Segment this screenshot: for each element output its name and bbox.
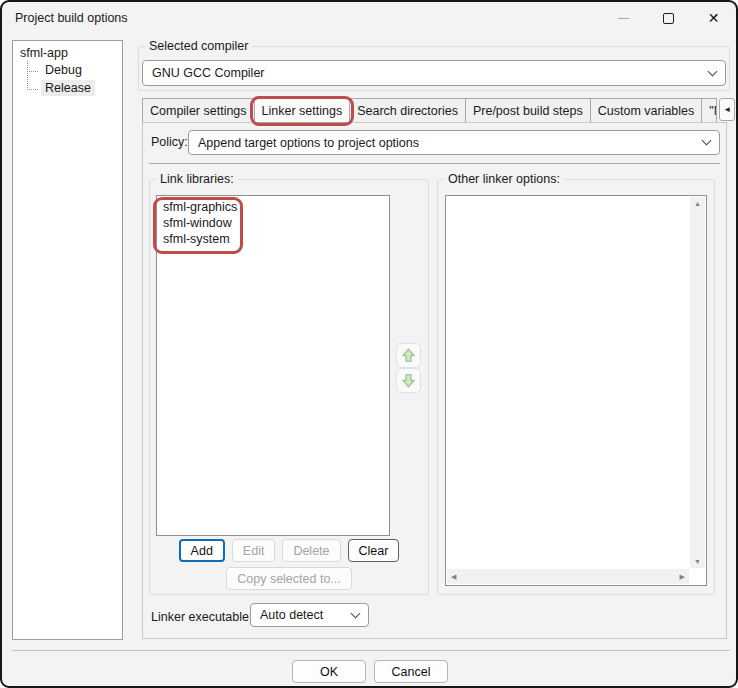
linker-executable-value: Auto detect xyxy=(260,608,352,622)
clear-button[interactable]: Clear xyxy=(348,539,400,562)
scroll-left-icon[interactable]: ◀ xyxy=(451,573,456,580)
tab-make-commands[interactable]: "Make" xyxy=(701,98,717,123)
tree-item-release[interactable]: Release xyxy=(41,80,95,96)
tab-label: Linker settings xyxy=(262,104,343,118)
tree-connector-release xyxy=(27,89,38,90)
move-down-button[interactable] xyxy=(396,368,421,393)
titlebar: Project build options ✕ xyxy=(2,2,736,34)
footer-separator xyxy=(12,650,730,651)
chevron-down-icon xyxy=(702,136,712,146)
compiler-value: GNU GCC Compiler xyxy=(152,66,709,80)
chevron-down-icon xyxy=(351,608,361,618)
window-title: Project build options xyxy=(15,11,128,25)
scroll-up-icon[interactable]: ▲ xyxy=(694,200,701,207)
linker-executable-label: Linker executable: xyxy=(151,610,252,624)
tab-custom-variables[interactable]: Custom variables xyxy=(590,98,703,123)
tab-linker-settings[interactable]: Linker settings xyxy=(254,98,351,123)
cancel-button[interactable]: Cancel xyxy=(374,660,448,683)
tab-label: Search directories xyxy=(357,104,458,118)
tab-scroll-left-button[interactable]: ◄ xyxy=(719,98,735,121)
close-icon: ✕ xyxy=(708,11,720,25)
close-button[interactable]: ✕ xyxy=(691,2,736,34)
copy-row: Copy selected to... xyxy=(150,567,428,590)
tree-connector-line xyxy=(27,61,28,90)
listbox-button-row: Add Edit Delete Clear xyxy=(150,539,428,562)
maximize-icon xyxy=(663,13,674,24)
policy-separator xyxy=(149,163,720,164)
vertical-scrollbar[interactable]: ▲ ▼ xyxy=(690,197,705,568)
project-build-options-dialog: Project build options ✕ sfml-app Debug R… xyxy=(0,0,738,688)
list-item[interactable]: sfml-window xyxy=(163,215,383,231)
move-up-icon xyxy=(400,347,417,364)
other-linker-options-label: Other linker options: xyxy=(444,172,564,186)
policy-combobox[interactable]: Append target options to project options xyxy=(188,130,720,155)
tree-item-debug[interactable]: Debug xyxy=(41,62,86,78)
ok-button[interactable]: OK xyxy=(292,660,366,683)
tree-item-project[interactable]: sfml-app xyxy=(20,46,68,60)
policy-label: Policy: xyxy=(151,135,188,149)
minimize-icon xyxy=(618,18,629,19)
scroll-right-icon[interactable]: ▶ xyxy=(680,573,685,580)
policy-value: Append target options to project options xyxy=(198,136,703,150)
chevron-down-icon xyxy=(708,66,718,76)
list-item[interactable]: sfml-graphics xyxy=(163,199,383,215)
delete-button[interactable]: Delete xyxy=(282,539,340,562)
other-linker-options-group: Other linker options: ▲ ▼ ◀ ▶ xyxy=(437,179,715,595)
add-button[interactable]: Add xyxy=(179,539,225,562)
list-item[interactable]: sfml-system xyxy=(163,231,383,247)
tree-connector-debug xyxy=(27,71,38,72)
link-libraries-listbox[interactable]: sfml-graphics sfml-window sfml-system xyxy=(156,195,390,536)
window-controls: ✕ xyxy=(601,2,736,34)
linker-settings-panel: Policy: Append target options to project… xyxy=(142,122,727,639)
build-target-tree[interactable]: sfml-app Debug Release xyxy=(12,40,123,640)
tab-strip: Compiler settings Linker settings Search… xyxy=(142,98,730,123)
selected-compiler-group: Selected compiler GNU GCC Compiler xyxy=(138,46,730,91)
linker-executable-combobox[interactable]: Auto detect xyxy=(250,603,369,627)
move-down-icon xyxy=(400,372,417,389)
minimize-button[interactable] xyxy=(601,2,646,34)
tab-pre-post-build-steps[interactable]: Pre/post build steps xyxy=(465,98,591,123)
tab-label: Compiler settings xyxy=(150,104,247,118)
tab-label: "Make" xyxy=(709,104,717,118)
other-linker-options-textarea[interactable]: ▲ ▼ ◀ ▶ xyxy=(445,195,707,586)
horizontal-scrollbar[interactable]: ◀ ▶ xyxy=(447,569,689,584)
scroll-down-icon[interactable]: ▼ xyxy=(694,558,701,565)
maximize-button[interactable] xyxy=(646,2,691,34)
tab-label: Pre/post build steps xyxy=(473,104,583,118)
copy-selected-to-button[interactable]: Copy selected to... xyxy=(226,567,352,590)
compiler-combobox[interactable]: GNU GCC Compiler xyxy=(142,60,726,86)
tab-label: Custom variables xyxy=(598,104,695,118)
edit-button[interactable]: Edit xyxy=(232,539,276,562)
triangle-left-icon: ◄ xyxy=(723,105,731,114)
tab-search-directories[interactable]: Search directories xyxy=(349,98,466,123)
tab-compiler-settings[interactable]: Compiler settings xyxy=(142,98,255,123)
selected-compiler-label: Selected compiler xyxy=(145,39,252,53)
link-libraries-group: Link libraries: sfml-graphics sfml-windo… xyxy=(149,179,429,595)
link-libraries-label: Link libraries: xyxy=(156,172,238,186)
move-up-button[interactable] xyxy=(396,343,421,368)
